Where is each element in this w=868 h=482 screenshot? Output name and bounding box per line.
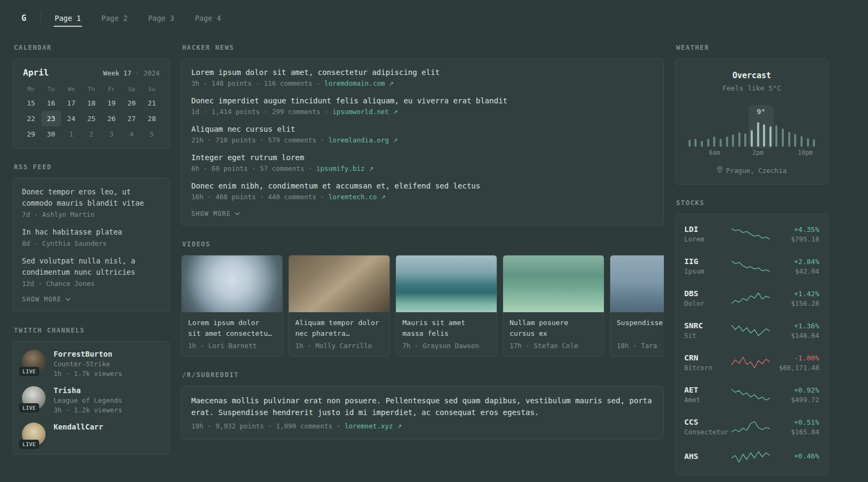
hn-story-source-link[interactable]: loremdomain.com ↗ [324, 79, 394, 87]
weather-time-label: 10pm [798, 149, 813, 156]
stock-price: $795.18 [770, 235, 819, 243]
hn-story-stats: 6h · 60 points · 57 comments · [191, 164, 316, 172]
calendar-day: 5 [141, 126, 162, 142]
stock-identity: IIG Ipsum [684, 257, 731, 275]
calendar-day: 27 [122, 111, 142, 126]
twitch-list: LIVE ForrestBurton Counter-Strike 1h · 1… [22, 350, 161, 446]
video-card[interactable]: Lorem ipsum dolor sit amet consectetu… 1… [181, 255, 283, 357]
hn-story-meta: 21h · 710 points · 579 comments · loreml… [191, 136, 654, 144]
channel-info: Trisha League of Legends 3h · 1.2k viewe… [54, 386, 122, 414]
hn-show-more-button[interactable]: SHOW MORE [191, 210, 240, 217]
twitch-channel[interactable]: LIVE ForrestBurton Counter-Strike 1h · 1… [22, 350, 161, 378]
calendar-dow-label: Sa [122, 82, 142, 95]
calendar-widget-title: CALENDAR [14, 44, 170, 51]
channel-name: KendallCarr [54, 423, 103, 431]
video-thumbnail [289, 255, 390, 312]
page-tab[interactable]: Page 1 [54, 6, 82, 31]
twitch-channel[interactable]: LIVE Trisha League of Legends 3h · 1.2k … [22, 386, 161, 414]
video-title: Aliquam tempor dolor nec pharetra… [295, 318, 383, 339]
weather-hour-bar [775, 125, 777, 147]
video-body: Mauris sit amet massa felis 7h · Grayson… [396, 312, 497, 356]
stock-price: $42.04 [770, 267, 819, 275]
hn-story-title[interactable]: Donec enim nibh, condimentum et accumsan… [191, 182, 654, 190]
hn-story-meta: 16h · 468 points · 440 comments · loremt… [191, 193, 654, 201]
show-more-label: SHOW MORE [191, 210, 231, 217]
weather-chart: 9° [686, 105, 817, 147]
video-card[interactable]: Mauris sit amet massa felis 7h · Grayson… [395, 255, 497, 357]
weather-widget: WEATHER Overcast Feels like 5°C 9° 6am2p… [675, 44, 828, 185]
subreddit-source-link[interactable]: loremnet.xyz ↗ [345, 422, 402, 430]
calendar-day: 3 [101, 126, 122, 142]
calendar-day: 1 [61, 126, 81, 142]
rss-item: Donec tempor eros leo, ut commodo mauris… [22, 186, 161, 219]
video-card[interactable]: Nullam posuere cursus ex 17h · Stefan Co… [503, 255, 604, 357]
video-card[interactable]: Suspendisse diam 18h · Tara [610, 255, 664, 357]
dashboard-page: G Page 1 Page 2 Page 3 Page 4 CALENDAR A… [13, 0, 828, 482]
hn-story-domain: ipsumworld.net [332, 108, 388, 116]
stocks-widget: STOCKS LDI Lorem +4 [675, 199, 828, 475]
stock-identity: CRN Bitcorn [684, 353, 731, 372]
subreddit-post-text[interactable]: Maecenas mollis pulvinar erat non posuer… [191, 395, 654, 418]
hn-story-title[interactable]: Integer eget rutrum lorem [191, 153, 654, 162]
calendar-day: 20 [122, 95, 142, 111]
hn-story-source-link[interactable]: loremtech.co ↗ [328, 193, 386, 201]
channel-info: KendallCarr [54, 423, 103, 433]
stock-symbol: SNRC [684, 321, 731, 330]
rss-item-title[interactable]: Donec tempor eros leo, ut commodo mauris… [22, 186, 161, 209]
stock-sparkline [731, 323, 770, 337]
rss-item: Sed volutpat nulla nisl, a condimentum n… [22, 255, 161, 288]
calendar-widget: CALENDAR April Week 17 · 2024 MoTuWeThFr… [13, 44, 170, 149]
rss-item-meta: 12d · Chance Jones [22, 280, 161, 288]
rss-item-title[interactable]: In hac habitasse platea [22, 227, 161, 238]
videos-widget: VIDEOS Lorem ipsum dolor sit amet consec… [181, 240, 664, 357]
page-tab[interactable]: Page 3 [147, 6, 175, 31]
stock-sparkline [731, 291, 770, 305]
hn-story-source-link[interactable]: ipsumworld.net ↗ [332, 108, 398, 116]
hn-story-source-link[interactable]: ipsumify.biz ↗ [316, 164, 373, 172]
video-title: Nullam posuere cursus ex [510, 318, 597, 339]
calendar-separator: · [136, 69, 140, 77]
calendar-days-grid: 1516171819202122232425262728293012345 [21, 95, 162, 142]
video-card[interactable]: Aliquam tempor dolor nec pharetra… 1h · … [288, 255, 390, 357]
stock-sparkline [731, 450, 770, 464]
stock-row[interactable]: CRN Bitcorn -1.00% $66,171.48 [684, 347, 819, 379]
stock-identity: LDI Lorem [684, 225, 731, 243]
hn-story-title[interactable]: Aliquam nec cursus elit [191, 125, 654, 133]
external-link-icon: ↗ [369, 165, 373, 172]
stock-identity: AET Amet [684, 386, 731, 404]
weather-hour-bar [763, 124, 765, 147]
stock-name: Amet [684, 396, 731, 404]
video-thumbnail [503, 255, 604, 312]
page-tab[interactable]: Page 2 [100, 6, 129, 31]
stock-row[interactable]: AHS +0.46% [684, 443, 819, 471]
hn-story-title[interactable]: Donec imperdiet augue tincidunt felis al… [191, 96, 654, 105]
hacker-news-list: Lorem ipsum dolor sit amet, consectetur … [191, 68, 654, 201]
weather-hour-bar [788, 132, 790, 147]
hn-story-domain: loremdomain.com [324, 79, 385, 87]
weather-hour-bar [813, 139, 815, 147]
app-logo[interactable]: G [13, 13, 40, 23]
rss-item-title[interactable]: Sed volutpat nulla nisl, a condimentum n… [22, 255, 161, 278]
live-badge: LIVE [19, 440, 39, 449]
weather-widget-title: WEATHER [676, 44, 828, 51]
external-link-icon: ↗ [389, 80, 394, 87]
hn-story-source-link[interactable]: loremlandia.org ↗ [328, 136, 398, 144]
hn-story-meta: 3h · 148 points · 116 comments · loremdo… [191, 79, 654, 87]
page-tab[interactable]: Page 4 [194, 6, 222, 31]
stock-row[interactable]: SNRC Sit +1.36% $148.64 [684, 314, 819, 347]
hn-story-domain: ipsumify.biz [316, 164, 364, 172]
twitch-channel[interactable]: LIVE KendallCarr [22, 423, 161, 446]
calendar-day: 26 [101, 111, 122, 126]
video-body: Lorem ipsum dolor sit amet consectetu… 1… [182, 312, 282, 356]
stock-row[interactable]: CCS Consectetur +0.51% $165.84 [684, 411, 819, 443]
hn-story-title[interactable]: Lorem ipsum dolor sit amet, consectetur … [191, 68, 654, 77]
stock-symbol: LDI [684, 225, 731, 234]
stock-row[interactable]: IIG Ipsum +2.84% $42.04 [684, 250, 819, 282]
current-temp-label: 9° [749, 105, 773, 116]
rss-show-more-button[interactable]: SHOW MORE [22, 296, 71, 303]
channel-avatar-wrap: LIVE [22, 350, 46, 373]
stock-row[interactable]: DBS Dolor +1.42% $156.28 [684, 282, 819, 314]
stock-row[interactable]: AET Amet +0.92% $499.72 [684, 379, 819, 411]
stock-row[interactable]: LDI Lorem +4.35% $795.18 [684, 218, 819, 250]
channel-avatar-wrap: LIVE [22, 386, 46, 410]
